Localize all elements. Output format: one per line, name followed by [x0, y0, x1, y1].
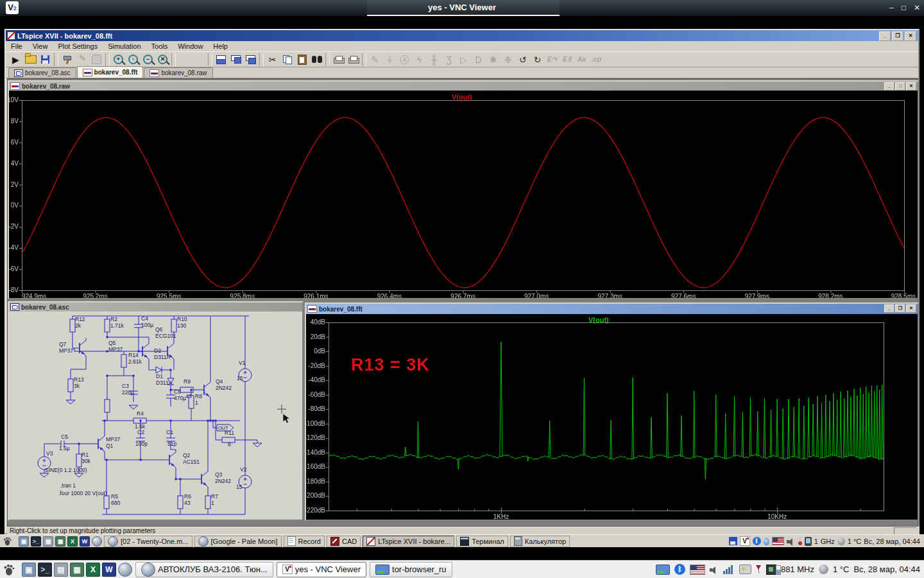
run-icon[interactable]: ▶: [8, 53, 23, 67]
menu-bar[interactable]: FileViewPlot SettingsSimulationToolsWind…: [6, 41, 918, 51]
launcher-pale-moon-icon[interactable]: [118, 563, 132, 577]
waveform-restore-button[interactable]: □: [895, 82, 905, 91]
fft-restore-button[interactable]: ❐: [895, 304, 905, 313]
start-menu-foot-icon[interactable]: [3, 563, 15, 576]
launcher-word-icon[interactable]: W: [102, 563, 116, 577]
launcher-calculator-icon[interactable]: ▦: [70, 563, 84, 577]
menu-help[interactable]: Help: [208, 42, 233, 50]
tab-bar[interactable]: bokarev_08.ascbokarev_08.fftbokarev_08.r…: [6, 67, 918, 78]
launcher-excel-icon[interactable]: X: [67, 536, 78, 547]
task-калькулятор[interactable]: Калькулятор: [510, 536, 570, 547]
battery-tray-icon[interactable]: [739, 565, 751, 574]
ltspice-restore-button[interactable]: ❐: [892, 31, 903, 41]
quick-launch[interactable]: ▣>_▤▦XW: [22, 563, 132, 577]
waveform-window-buttons[interactable]: _□✕: [884, 82, 916, 91]
launcher-cardfile-icon[interactable]: ▤: [43, 536, 53, 547]
zoom-in-icon[interactable]: +: [111, 53, 126, 67]
chip-tray-icon[interactable]: [766, 565, 776, 575]
launcher-pale-moon-icon[interactable]: [92, 536, 102, 547]
find-icon[interactable]: [309, 53, 324, 67]
tab-bokarev-08-fft[interactable]: bokarev_08.fft: [77, 66, 144, 78]
redo-icon[interactable]: ↻: [530, 53, 545, 67]
task-yes-vnc-viewer[interactable]: Vyes - VNC Viewer: [277, 562, 366, 577]
fft-close-button[interactable]: ✕: [906, 304, 916, 313]
vnc-minimize-button[interactable]: –: [889, 3, 894, 12]
schematic-window[interactable]: bokarev_08.asc OUTR122kR21.71kC4100µQ6EC…: [8, 301, 304, 521]
ltspice-titlebar[interactable]: LTspice XVII - bokarev_08.fft _❐✕: [6, 30, 918, 41]
vnc-viewer-titlebar[interactable]: V2 yes - VNC Viewer –□✕: [0, 0, 924, 16]
thermo-tray-icon[interactable]: [798, 537, 802, 545]
task--02-twenty-one-m-[interactable]: [02 - Twenty-One.m...: [104, 536, 193, 547]
folder-open-tray-icon[interactable]: [656, 565, 670, 575]
usflag-tray-icon[interactable]: [772, 537, 784, 545]
vnc-window-buttons[interactable]: –□✕: [889, 3, 920, 12]
schematic-canvas[interactable]: OUTR122kR21.71kC4100µQ6ECG101R10130Q7MP3…: [9, 311, 302, 520]
fft-window-buttons[interactable]: _❐✕: [884, 304, 916, 313]
zoom-box-icon[interactable]: ▫: [126, 53, 141, 67]
speaker-tray-icon[interactable]: [787, 538, 796, 545]
speaker-tray-icon[interactable]: [710, 566, 719, 574]
component-icon[interactable]: D: [471, 53, 486, 67]
ltspice-window[interactable]: LTspice XVII - bokarev_08.fft _❐✕ FileVi…: [4, 29, 920, 534]
copy-icon[interactable]: [280, 53, 295, 67]
task-ltspice-xvii-bokare-[interactable]: LTspice XVII - bokare...: [363, 536, 454, 547]
task-cad[interactable]: CAD: [327, 536, 361, 547]
session-taskbar[interactable]: ▣>_▤▦XW[02 - Twenty-One.m...[Google - Pa…: [0, 534, 924, 547]
system-tray[interactable]: Vᛒ1GHz1 °CВс, 28 мар, 04:44: [729, 536, 920, 546]
draw-wire-icon[interactable]: ✎: [368, 53, 382, 67]
capacitor-icon[interactable]: ╫: [427, 53, 441, 67]
launcher-cardfile-icon[interactable]: ▤: [54, 563, 68, 577]
zoom-extents-icon[interactable]: ✕: [155, 53, 170, 67]
resistor-icon[interactable]: ϟ: [412, 53, 427, 67]
clock[interactable]: Вс, 28 мар, 04:44: [864, 538, 920, 545]
menu-plot-settings[interactable]: Plot Settings: [53, 42, 103, 50]
ltspice-window-buttons[interactable]: _❐✕: [879, 31, 916, 41]
launcher-word-icon[interactable]: W: [80, 536, 90, 547]
drop-tray-icon[interactable]: [764, 538, 769, 545]
zoom-out-icon[interactable]: −: [141, 53, 155, 67]
vnc-tray-icon[interactable]: V: [740, 536, 750, 546]
spice-directive-icon[interactable]: .op: [589, 53, 604, 67]
save-icon[interactable]: [38, 53, 53, 67]
launcher-terminal-icon[interactable]: >_: [38, 563, 52, 577]
waveform-close-button[interactable]: ✕: [906, 82, 916, 91]
fft-minimize-button[interactable]: _: [884, 304, 894, 313]
control-panel-icon[interactable]: [60, 53, 74, 67]
task--google-pale-moon-[interactable]: [Google - Pale Moon]: [194, 536, 282, 547]
quick-launch[interactable]: ▣>_▤▦XW: [19, 536, 102, 547]
task-терминал[interactable]: Терминал: [456, 536, 508, 547]
menu-view[interactable]: View: [28, 42, 53, 50]
autorange-icon[interactable]: [177, 53, 192, 67]
wine-tray-icon[interactable]: [756, 565, 762, 574]
rotate-icon[interactable]: E↷: [545, 53, 560, 67]
system-tray[interactable]: ᛒ881 MHz1 °CВс, 28 мар, 04:44: [656, 564, 920, 575]
launcher-excel-icon[interactable]: X: [86, 563, 100, 577]
symbol-icon[interactable]: ✱: [486, 53, 501, 67]
clock[interactable]: Вс, 28 мар, 04:44: [853, 565, 920, 574]
floppy-tray-icon[interactable]: [729, 537, 737, 545]
bluetooth-tray-icon[interactable]: ᛒ: [753, 537, 761, 545]
paste-icon[interactable]: [295, 53, 309, 67]
vnc-close-button[interactable]: ✕: [914, 3, 920, 12]
waveform-window-titlebar[interactable]: bokarev_08.raw _□✕: [9, 82, 918, 91]
waveform-plot[interactable]: [9, 91, 918, 298]
pda-tray-icon[interactable]: [805, 537, 812, 546]
pan-hand-icon[interactable]: [89, 53, 104, 67]
print-preview-icon[interactable]: [346, 53, 361, 67]
signal-tray-icon[interactable]: [723, 565, 735, 574]
waveform-window[interactable]: bokarev_08.raw _□✕ V(out): [8, 80, 919, 299]
fft-window-titlebar[interactable]: bokarev_08.fft _❐✕: [306, 304, 918, 314]
start-menu-foot-icon[interactable]: [3, 536, 12, 546]
fft-plot[interactable]: [306, 314, 918, 520]
launcher-image-viewer-icon[interactable]: ▣: [19, 536, 29, 547]
tab-bokarev-08-asc[interactable]: bokarev_08.asc: [8, 67, 76, 78]
toolbar[interactable]: ▶+▫−✕✂✎⏚Ⓐϟ╫Ʒ▷D✱❉↺↻E↷E∃Aa.op: [6, 51, 918, 67]
launcher-terminal-icon[interactable]: >_: [31, 536, 41, 547]
text-tool-icon[interactable]: Aa: [574, 53, 589, 67]
undo-icon[interactable]: ↺: [515, 53, 530, 67]
host-taskbar[interactable]: ▣>_▤▦XWАВТОКЛУБ ВАЗ-2106. Тюн...Vyes - V…: [0, 560, 924, 578]
ltspice-close-button[interactable]: ✕: [905, 31, 916, 41]
usflag-tray-icon[interactable]: [690, 565, 705, 575]
waveform-minimize-button[interactable]: _: [884, 82, 894, 91]
cut-icon[interactable]: ✂: [265, 53, 280, 67]
